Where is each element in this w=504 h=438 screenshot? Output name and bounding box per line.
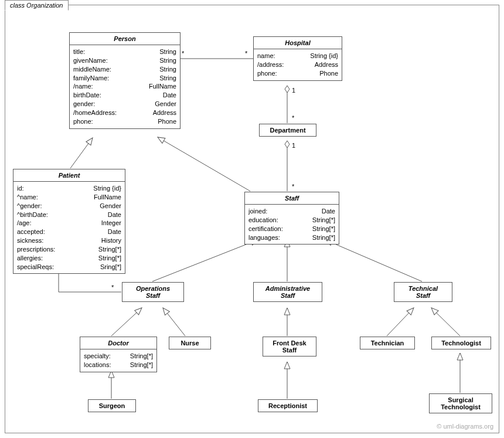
svg-line-7 (325, 240, 422, 281)
class-technologist: Technologist (431, 337, 491, 349)
class-front-desk: Front DeskStaff (263, 337, 316, 356)
mult-star: * (245, 50, 248, 57)
mult-star: * (111, 284, 114, 291)
mult-star: * (292, 114, 295, 121)
mult-star: * (182, 50, 185, 57)
class-technician: Technician (360, 337, 415, 349)
frame-title: class Organization (5, 0, 69, 11)
class-surgical-technologist: SurgicalTechnologist (429, 393, 492, 413)
mult-one: 1 (292, 87, 295, 94)
class-patient: Patient id:String {id} ^name:FullName ^g… (13, 169, 125, 274)
svg-line-11 (387, 308, 414, 336)
class-staff: Staff joined:Date education:String[*] ce… (244, 192, 339, 245)
svg-line-0 (70, 138, 93, 168)
mult-star: * (292, 183, 295, 190)
class-receptionist: Receptionist (258, 399, 318, 412)
svg-line-9 (163, 308, 185, 336)
class-surgeon: Surgeon (88, 399, 136, 412)
class-operations-staff: OperationsStaff (122, 282, 184, 302)
class-admin-staff: AdministrativeStaff (253, 282, 322, 302)
class-title: Person (70, 33, 180, 45)
class-tech-staff: TechnicalStaff (394, 282, 452, 302)
class-doctor: Doctor specialty:String[*] locations:Str… (80, 337, 157, 372)
class-person: Person title:String givenName:String mid… (69, 32, 181, 129)
class-title: Hospital (254, 37, 342, 49)
svg-line-1 (158, 137, 250, 191)
mult-one: 1 (292, 142, 295, 149)
svg-line-8 (111, 308, 142, 336)
class-hospital: Hospital name:String {id} /address:Addre… (253, 36, 342, 81)
class-nurse: Nurse (169, 337, 211, 349)
svg-line-12 (431, 308, 460, 336)
attrs: title:String givenName:String middleName… (70, 45, 180, 128)
class-department: Department (259, 124, 316, 137)
diagram-canvas: class Organization * * 1 * 1 * * * (0, 0, 504, 438)
watermark: © uml-diagrams.org (437, 423, 493, 430)
svg-line-5 (152, 240, 258, 281)
